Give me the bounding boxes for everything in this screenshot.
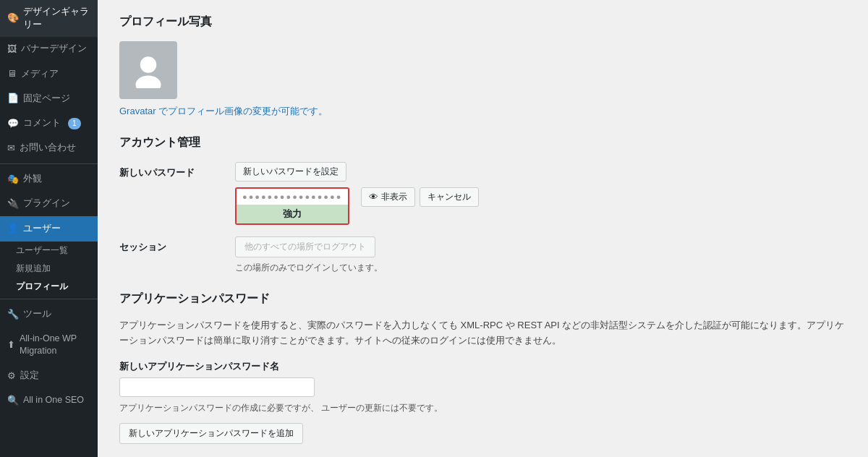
- session-note: この場所のみでログインしています。: [235, 262, 846, 274]
- account-management-title: アカウント管理: [119, 135, 846, 150]
- password-row-wrapper: 強力 👁 非表示 キャンセル: [235, 187, 846, 225]
- plugin-icon: 🔌: [7, 197, 19, 210]
- sidebar-item-contact[interactable]: ✉ お問い合わせ: [0, 136, 98, 161]
- hide-password-button[interactable]: 👁 非表示: [361, 187, 415, 207]
- appearance-icon: 🎭: [7, 173, 19, 186]
- app-password-name-input[interactable]: [119, 377, 315, 397]
- svg-point-1: [136, 76, 161, 89]
- new-password-label: 新しいパスワード: [119, 162, 235, 179]
- contact-icon: ✉: [7, 142, 15, 155]
- main-content: プロフィール写真 Gravatar でプロフィール画像の変更が可能です。 アカウ…: [98, 0, 868, 457]
- password-input-row: [237, 189, 348, 205]
- svg-point-0: [140, 56, 157, 73]
- sidebar-item-tools[interactable]: 🔧 ツール: [0, 302, 98, 327]
- logout-everywhere-button[interactable]: 他のすべての場所でログアウト: [235, 236, 375, 257]
- sidebar-item-fixed-page[interactable]: 📄 固定ページ: [0, 86, 98, 111]
- profile-photo-section: プロフィール写真 Gravatar でプロフィール画像の変更が可能です。: [119, 14, 846, 118]
- app-password-section: アプリケーションパスワード アプリケーションパスワードを使用すると、実際のパスワ…: [119, 291, 846, 457]
- sidebar-sub-profile[interactable]: プロフィール: [0, 278, 98, 296]
- sidebar-sub-user-list[interactable]: ユーザー一覧: [0, 242, 98, 260]
- sidebar-divider-2: [0, 299, 98, 299]
- sidebar-item-settings[interactable]: ⚙ 設定: [0, 364, 98, 388]
- generate-password-button[interactable]: 新しいパスワードを設定: [235, 162, 346, 181]
- session-field: 他のすべての場所でログアウト この場所のみでログインしています。: [235, 236, 846, 274]
- avatar: [119, 41, 177, 99]
- sidebar-item-appearance[interactable]: 🎭 外観: [0, 167, 98, 192]
- session-label: セッション: [119, 236, 235, 254]
- comment-badge: 1: [68, 118, 81, 129]
- app-password-note: アプリケーションパスワードの作成に必要ですが、 ユーザーの更新には不要です。: [119, 401, 846, 414]
- password-input[interactable]: [237, 189, 348, 205]
- session-row: セッション 他のすべての場所でログアウト この場所のみでログインしています。: [119, 236, 846, 274]
- cancel-password-button[interactable]: キャンセル: [420, 187, 479, 207]
- sidebar-item-comment[interactable]: 💬 コメント 1: [0, 111, 98, 136]
- design-gallery-icon: 🎨: [7, 12, 19, 25]
- sidebar-item-design-gallery[interactable]: 🎨 デザインギャラリー: [0, 0, 98, 37]
- account-management-section: アカウント管理 新しいパスワード 新しいパスワードを設定 強力: [119, 135, 846, 274]
- app-password-title: アプリケーションパスワード: [119, 291, 846, 307]
- password-input-wrapper: 強力: [235, 187, 349, 225]
- new-password-field: 新しいパスワードを設定 強力 👁 非表示: [235, 162, 846, 225]
- all-in-one-seo-icon: 🔍: [7, 394, 19, 407]
- app-password-name-label: 新しいアプリケーションパスワード名: [119, 360, 846, 373]
- profile-photo-title: プロフィール写真: [119, 14, 846, 30]
- sidebar-divider-1: [0, 163, 98, 164]
- all-in-one-wp-icon: ⬆: [7, 338, 15, 351]
- sidebar-item-plugin[interactable]: 🔌 プラグイン: [0, 192, 98, 216]
- password-actions: 👁 非表示 キャンセル: [361, 187, 479, 207]
- comment-icon: 💬: [7, 117, 19, 130]
- media-icon: 🖥: [7, 67, 17, 80]
- new-password-row: 新しいパスワード 新しいパスワードを設定 強力 👁: [119, 162, 846, 225]
- eye-icon: 👁: [369, 192, 378, 202]
- sidebar-item-all-in-one-seo[interactable]: 🔍 All in One SEO: [0, 388, 98, 413]
- avatar-icon: [130, 52, 166, 88]
- banner-design-icon: 🖼: [7, 43, 17, 56]
- sidebar-sub-new-user[interactable]: 新規追加: [0, 260, 98, 278]
- password-strength-bar: 強力: [237, 205, 348, 223]
- sidebar: 🎨 デザインギャラリー 🖼 バナーデザイン 🖥 メディア 📄 固定ページ 💬 コ…: [0, 0, 98, 457]
- app-password-description: アプリケーションパスワードを使用すると、実際のパスワードを入力しなくても XML…: [119, 318, 846, 349]
- sidebar-item-banner-design[interactable]: 🖼 バナーデザイン: [0, 37, 98, 61]
- tools-icon: 🔧: [7, 308, 19, 321]
- add-app-password-button[interactable]: 新しいアプリケーションパスワードを追加: [119, 423, 303, 444]
- user-icon: 👤: [7, 222, 19, 235]
- settings-icon: ⚙: [7, 370, 16, 383]
- fixed-page-icon: 📄: [7, 92, 19, 105]
- gravatar-link[interactable]: Gravatar でプロフィール画像の変更が可能です。: [119, 106, 328, 116]
- sidebar-item-user[interactable]: 👤 ユーザー: [0, 216, 98, 241]
- sidebar-item-media[interactable]: 🖥 メディア: [0, 61, 98, 86]
- sidebar-item-all-in-one-wp[interactable]: ⬆ All-in-One WP Migration: [0, 327, 98, 364]
